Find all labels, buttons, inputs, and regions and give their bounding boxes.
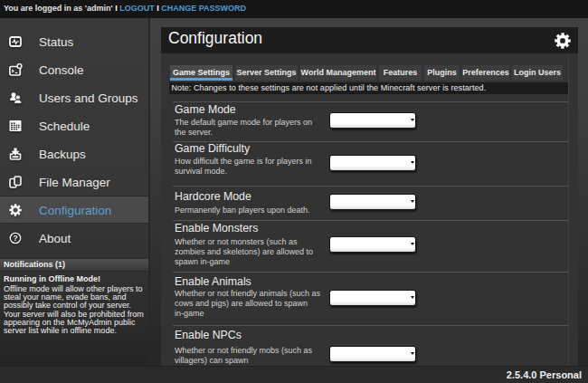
svg-text:?: ? bbox=[13, 234, 17, 243]
